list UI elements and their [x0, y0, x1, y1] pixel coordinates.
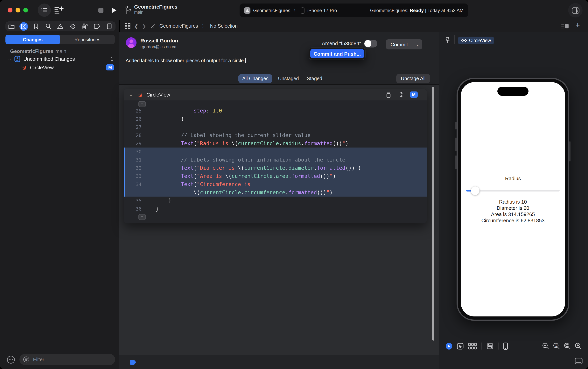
preview-toolbar: 1 [439, 339, 588, 353]
variants-mode-button[interactable] [468, 343, 477, 349]
amend-toggle[interactable] [364, 40, 377, 48]
back-button[interactable]: ❮ [134, 23, 138, 29]
code-line: 27 [124, 123, 427, 131]
zoom-window-button[interactable] [23, 8, 28, 12]
file-disclosure-chevron-icon[interactable]: ⌄ [129, 92, 133, 97]
breadcrumb-project[interactable]: GeometricFigures [159, 23, 198, 29]
commit-message-input[interactable]: Added labels to show other pieces of out… [126, 58, 246, 63]
tab-changes[interactable]: Changes [5, 35, 60, 44]
stop-button[interactable] [98, 8, 103, 13]
commit-header: Russell Gordon rgordon@lcs.on.ca Amend “… [119, 32, 439, 72]
code-text: Text("Radius is \(currentCircle.radius.f… [142, 139, 348, 147]
run-button[interactable] [111, 7, 117, 14]
disclosure-chevron-icon[interactable]: ⌄ [8, 56, 11, 61]
vertical-scrollbar[interactable] [432, 87, 434, 341]
live-preview-button[interactable] [446, 343, 452, 349]
slider-track[interactable] [466, 190, 560, 192]
pin-preview-icon[interactable] [444, 37, 451, 43]
preview-device-button[interactable] [503, 342, 508, 350]
slider-title: Radius [461, 175, 565, 181]
navigator-tab-issues[interactable] [54, 23, 67, 29]
more-options-icon[interactable] [7, 355, 15, 364]
discard-changes-icon[interactable] [386, 91, 391, 98]
code-line: 34 Text("Circumference is [124, 180, 427, 188]
tag-icon[interactable] [129, 360, 137, 365]
line-number: 27 [124, 123, 142, 131]
line-number: 34 [124, 180, 142, 188]
iphone-preview-device: Radius Radius is 10 Diameter is 20 Area … [457, 78, 569, 321]
preview-canvas: CircleView Radius Radius is 10 Diameter … [439, 32, 588, 369]
navigator-tab-breakpoints[interactable] [91, 24, 103, 29]
zoom-out-icon[interactable] [542, 343, 549, 349]
fold-marker-bottom[interactable]: − [138, 214, 146, 220]
tree-item-label: Uncommitted Changes [23, 56, 75, 62]
changes-list: ⌄ CircleView M [119, 85, 439, 355]
activity-view[interactable]: GeometricFigures 〉 iPhone 17 Pro Geometr… [240, 3, 468, 17]
slider-knob[interactable] [471, 186, 480, 195]
preview-screen[interactable]: Radius Radius is 10 Diameter is 20 Area … [461, 82, 565, 317]
volume-up-button [455, 137, 457, 151]
device-settings-button[interactable] [487, 343, 493, 349]
commit-button[interactable]: Commit ⌄ [386, 39, 422, 50]
toggle-bottom-panel-icon[interactable] [575, 358, 583, 364]
menu-item-commit-and-push[interactable]: Commit and Push... [310, 49, 364, 58]
tree-row-uncommitted-changes[interactable]: ⌄ Uncommitted Changes 1 [0, 54, 119, 63]
unstage-all-button[interactable]: Unstage All [396, 74, 430, 83]
navigator-tab-find[interactable] [42, 23, 54, 29]
filter-input[interactable] [32, 356, 104, 363]
radius-value-label: Radius is 10 [461, 199, 565, 205]
code-line: 32 Text("Diameter is \(currentCircle.dia… [124, 164, 427, 172]
code-diff-view[interactable]: − 25 step: 1.026 )2728 // Label showing … [124, 100, 427, 223]
minimize-window-button[interactable] [16, 8, 20, 12]
tree-row-circleview[interactable]: CircleView M [0, 63, 119, 72]
canvas-bottom-bar [439, 353, 588, 369]
commit-dropdown-menu: Commit and Push... [309, 48, 366, 60]
forward-button[interactable]: ❯ [142, 23, 146, 29]
tab-all-changes[interactable]: All Changes [238, 74, 272, 83]
compare-versions-icon[interactable] [398, 91, 404, 98]
add-editor-button[interactable]: + [576, 21, 580, 30]
commit-dropdown-button[interactable]: ⌄ [413, 42, 422, 47]
tree-item-label: CircleView [30, 64, 54, 70]
iphone-icon [301, 7, 305, 13]
navigator-tab-project[interactable] [5, 23, 18, 29]
code-line: 36 } [124, 205, 427, 213]
scm-segmented-control: Changes Repositories [5, 35, 115, 44]
fold-marker-top[interactable]: − [138, 101, 146, 107]
status-time: | Today at 9:52 AM [425, 8, 464, 13]
editor-layout-button[interactable] [561, 23, 569, 29]
navigator-tab-bar [5, 21, 116, 31]
line-number: 25 [124, 107, 142, 115]
radius-slider[interactable] [466, 186, 560, 195]
navigator-tab-source-control[interactable] [18, 23, 30, 29]
navigator-tab-tests[interactable] [67, 23, 79, 29]
tab-staged[interactable]: Staged [303, 74, 326, 83]
sparkle-list-icon [54, 5, 64, 15]
close-window-button[interactable] [8, 8, 12, 12]
related-items-icon[interactable] [124, 23, 131, 29]
filter-field[interactable] [20, 354, 115, 365]
selectable-mode-button[interactable] [457, 343, 464, 349]
line-number: 31 [124, 156, 142, 164]
preview-target-pill[interactable]: CircleView [458, 37, 494, 44]
line-number: 26 [124, 115, 142, 123]
tab-repositories[interactable]: Repositories [60, 35, 115, 44]
navigator-tab-bookmarks[interactable] [30, 23, 42, 29]
intelligence-button[interactable] [54, 5, 64, 15]
tab-unstaged[interactable]: Unstaged [274, 74, 303, 83]
inspector-toggle-button[interactable] [568, 3, 583, 18]
code-text: step: 1.0 [142, 107, 222, 115]
navigator-tab-debug[interactable] [79, 23, 91, 29]
canvas-divider[interactable] [439, 32, 439, 369]
mute-switch [455, 122, 457, 130]
zoom-fit-icon[interactable] [564, 343, 571, 349]
sidebar-list-button[interactable] [38, 3, 51, 17]
commit-author-email: rgordon@lcs.on.ca [140, 44, 176, 49]
zoom-100-icon[interactable]: 1 [553, 343, 560, 349]
breadcrumb-selection[interactable]: No Selection [210, 23, 238, 29]
zoom-in-icon[interactable] [575, 343, 582, 349]
code-line: 26 ) [124, 115, 427, 123]
code-text: // Label showing the current slider valu… [142, 131, 311, 139]
file-card-header[interactable]: ⌄ CircleView M [124, 89, 427, 100]
navigator-tab-reports[interactable] [103, 23, 116, 29]
